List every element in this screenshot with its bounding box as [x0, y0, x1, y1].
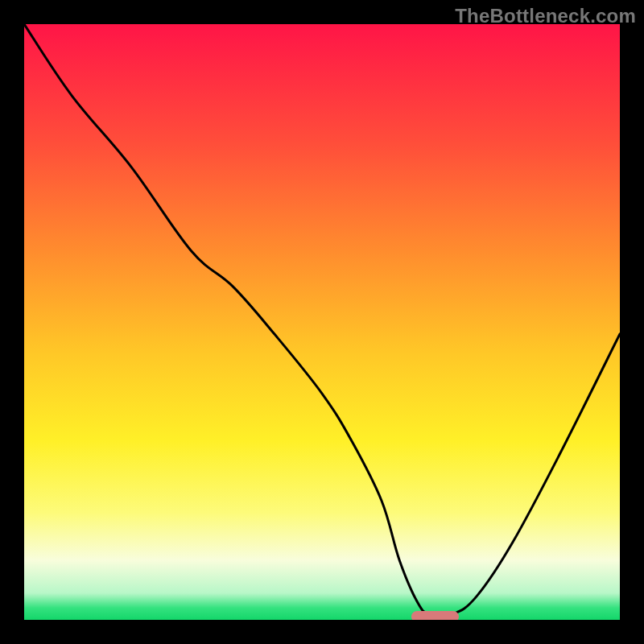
gradient-background — [24, 24, 620, 620]
optimum-marker — [411, 611, 459, 620]
watermark-text: TheBottleneck.com — [455, 5, 636, 27]
chart-svg — [24, 24, 620, 620]
chart-frame: TheBottleneck.com — [0, 0, 644, 644]
plot-area — [24, 24, 620, 620]
